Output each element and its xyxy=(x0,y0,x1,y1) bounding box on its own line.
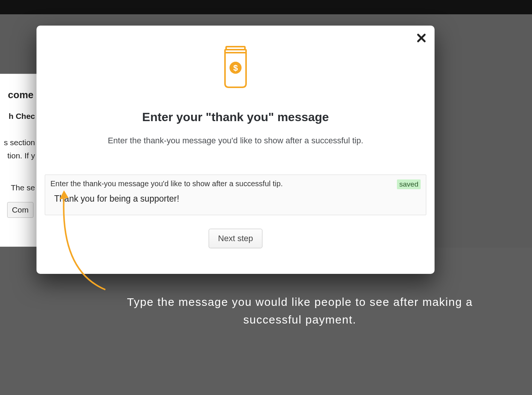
modal-subtitle: Enter the thank-you message you'd like t… xyxy=(36,135,435,147)
thank-you-modal: $ Enter your "thank you" message Enter t… xyxy=(36,26,435,274)
modal-title: Enter your "thank you" message xyxy=(36,110,435,124)
next-step-button[interactable]: Next step xyxy=(209,229,263,248)
bg-row-fragment: tion. If y xyxy=(7,151,35,160)
annotation-text: Type the message you would like people t… xyxy=(98,293,502,328)
top-bar xyxy=(0,0,532,14)
bg-row-fragment: The se xyxy=(11,183,35,192)
close-icon[interactable] xyxy=(416,32,427,44)
bg-button-fragment: Com xyxy=(7,202,33,218)
bg-row-fragment: s section xyxy=(4,138,35,147)
tip-jar-icon: $ xyxy=(217,44,254,90)
svg-text:$: $ xyxy=(233,63,238,73)
bg-row-fragment: h Chec xyxy=(9,112,35,121)
thank-you-field: Enter the thank-you message you'd like t… xyxy=(45,175,426,215)
thank-you-input[interactable] xyxy=(50,194,421,204)
background-partial-card: come h Chec s section tion. If y The se … xyxy=(0,74,38,247)
field-label: Enter the thank-you message you'd like t… xyxy=(50,179,283,188)
saved-badge: saved xyxy=(397,179,421,189)
bg-heading-fragment: come xyxy=(8,89,33,101)
